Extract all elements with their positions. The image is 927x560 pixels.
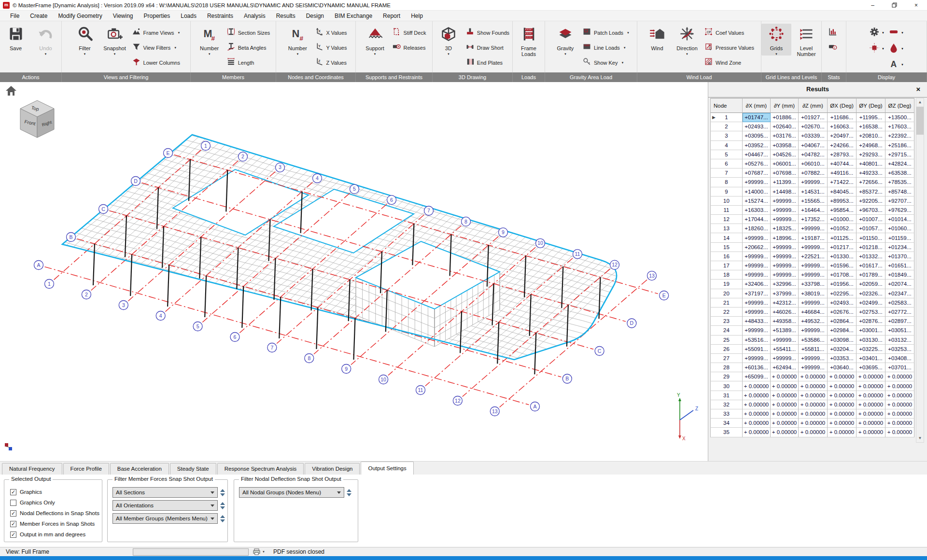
table-row[interactable]: 1▶+01747...+01886...+01927...+11686...+1… (710, 113, 914, 122)
table-row[interactable]: 4+03952...+03958...+04067...+24266...+24… (710, 141, 914, 150)
table-row[interactable]: 5+04467...+04526...+04782...+28793...+29… (710, 150, 914, 159)
table-row[interactable]: 7+07687...+07698...+07882...+49116...+49… (710, 168, 914, 178)
table-row[interactable]: 25+53516...+99999...+53586...+03098...+0… (710, 336, 914, 345)
checkbox-graphics-only[interactable]: Graphics Only (10, 499, 55, 506)
spin-down-icon[interactable] (220, 493, 225, 496)
checkbox-nodal-deflections-in-snap-shots[interactable]: ✓Nodal Deflections in Snap Shots (10, 509, 99, 517)
table-row[interactable]: 16+99999...+99999...+22521...+01330...+0… (710, 252, 914, 261)
spin-up-icon[interactable] (220, 489, 225, 492)
filter-button[interactable]: Filter▼ (70, 24, 100, 56)
member-filter-dropdown-2-select[interactable]: All Member Groups (Members Menu) (112, 513, 218, 524)
tab-response-spectrum-analysis[interactable]: Response Spectrum Analysis (217, 463, 304, 475)
spinner-control[interactable] (347, 488, 351, 497)
results-close-icon[interactable]: × (913, 84, 923, 94)
lower-columns-button[interactable]: Lower Columns (132, 55, 181, 70)
menu-item-analysis[interactable]: Analysis (239, 12, 271, 20)
tab-vibration-design[interactable]: Vibration Design (305, 463, 360, 475)
member-filter-dropdown-1-select[interactable]: All Orientations (112, 500, 218, 511)
table-row[interactable]: 8+99999...+11399...+99999...+71422...+72… (710, 178, 914, 187)
show-key-button[interactable]: Show Key▼ (582, 55, 630, 70)
level-number-button[interactable]: Level Number (791, 24, 821, 57)
view-filters-button[interactable]: View Filters▼ (132, 40, 181, 55)
spin-down-icon[interactable] (347, 493, 351, 496)
table-row[interactable]: 9+14000...+14498...+14531...+84045...+85… (710, 187, 914, 196)
spin-down-icon[interactable] (220, 506, 225, 509)
model-viewport[interactable]: 1122334455667788991010111112121313AABBCC… (0, 82, 708, 461)
y-values-button[interactable]: YY Values (314, 40, 347, 55)
z-values-button[interactable]: ZZ Values (314, 55, 347, 70)
checkbox-graphics[interactable]: ✓Graphics (10, 488, 42, 496)
checkbox-box-icon[interactable]: ✓ (10, 510, 16, 517)
tab-base-acceleration[interactable]: Base Acceleration (110, 463, 169, 475)
menu-item-create[interactable]: Create (25, 12, 53, 20)
menu-item-modify-geometry[interactable]: Modify Geometry (53, 12, 107, 20)
x-values-button[interactable]: XX Values (314, 25, 347, 40)
checkbox-box-icon[interactable]: ✓ (10, 532, 16, 538)
column-header-dx-deg[interactable]: ØX (Deg) (828, 98, 857, 113)
show-founds-button[interactable]: Show Founds (465, 25, 509, 40)
letter-a-icon-button[interactable]: A▼ (886, 56, 906, 72)
draw-short-button[interactable]: Draw Short (465, 40, 509, 55)
wind-button[interactable]: Wind (642, 24, 672, 51)
length-button[interactable]: Length (226, 55, 270, 70)
scroll-thumb[interactable] (916, 107, 924, 135)
menu-item-file[interactable]: File (5, 12, 25, 20)
table-row[interactable]: 24+99999...+51389...+99999...+02984...+0… (710, 326, 914, 335)
spin-up-icon[interactable] (347, 489, 351, 492)
table-row[interactable]: 15+20662...+99999...+99999...+01217...+0… (710, 243, 914, 252)
table-row[interactable]: 35+ 0.00000+ 0.00000+ 0.00000+ 0.00000+ … (710, 428, 914, 437)
coef-values-button[interactable]: CPCoef Values (704, 25, 754, 40)
minimize-button[interactable]: – (862, 0, 884, 10)
menu-item-help[interactable]: Help (406, 12, 428, 20)
dash-icon-button[interactable]: ▼ (886, 25, 906, 41)
table-row[interactable]: 30+ 0.00000+ 0.00000+ 0.00000+ 0.00000+ … (710, 381, 914, 391)
3d-button[interactable]: 3D▼ (434, 24, 464, 56)
scroll-up-icon[interactable]: ▲ (916, 98, 924, 106)
checkbox-member-forces-in-snap-shots[interactable]: ✓Member Forces in Snap Shots (10, 520, 95, 528)
undo-button[interactable]: Undo▼ (31, 24, 61, 56)
crosshair-icon-button[interactable]: ▼ (867, 41, 886, 56)
table-row[interactable]: 17+99999...+99999...+99999...+01596...+0… (710, 261, 914, 270)
table-row[interactable]: 21+99999...+42312...+99999...+02493...+0… (710, 298, 914, 308)
table-row[interactable]: 23+48433...+49358...+49532...+02864...+0… (710, 317, 914, 326)
gear-icon-button[interactable]: ▼ (867, 25, 886, 41)
direction-button[interactable]: Direction▼ (672, 24, 702, 56)
checkbox-box-icon[interactable]: ✓ (10, 489, 16, 495)
menu-item-loads[interactable]: Loads (175, 12, 202, 20)
number-button[interactable]: M#Number▼ (195, 24, 225, 56)
grids-button[interactable]: Grids▼ (761, 24, 791, 56)
table-row[interactable]: 14+99999...+18996...+19187...+01125...+0… (710, 233, 914, 242)
droplet-icon-button[interactable]: ▼ (886, 41, 906, 56)
patch-loads-button[interactable]: Patch Loads▼ (582, 25, 630, 40)
frame-views-button[interactable]: Frame Views▼ (132, 25, 181, 40)
stats-info-icon-button[interactable]: i (828, 40, 840, 55)
table-row[interactable]: 6+05276...+06001...+06010...+40744...+40… (710, 159, 914, 168)
nodal-filter-dropdown-0-select[interactable]: All Nodal Groups (Nodes Menu) (239, 487, 344, 498)
snapshot-button[interactable]: Snapshot▼ (100, 24, 130, 56)
spin-down-icon[interactable] (220, 519, 225, 522)
table-row[interactable]: 32+ 0.00000+ 0.00000+ 0.00000+ 0.00000+ … (710, 400, 914, 409)
column-header-node[interactable]: Node (710, 98, 743, 113)
stats-chart-icon-button[interactable] (828, 25, 840, 40)
table-row[interactable]: 22+99999...+46026...+46684...+02676...+0… (710, 308, 914, 317)
table-row[interactable]: 26+55091...+55411...+55811...+03204...+0… (710, 345, 914, 354)
spinner-control[interactable] (220, 488, 225, 497)
menu-item-restraints[interactable]: Restraints (202, 12, 239, 20)
beta-angles-button[interactable]: Beta Angles (226, 40, 270, 55)
close-window-button[interactable]: × (905, 0, 927, 10)
number-button[interactable]: N#Number▼ (282, 24, 312, 56)
table-row[interactable]: 31+ 0.00000+ 0.00000+ 0.00000+ 0.00000+ … (710, 391, 914, 400)
table-row[interactable]: 34+ 0.00000+ 0.00000+ 0.00000+ 0.00000+ … (710, 419, 914, 428)
table-row[interactable]: 28+60136...+62494...+99999...+03640...+0… (710, 363, 914, 372)
scroll-down-icon[interactable]: ▼ (916, 434, 924, 442)
tab-output-settings[interactable]: Output Settings (361, 462, 413, 475)
menu-item-bim-exchange[interactable]: BIM Exchange (329, 12, 378, 20)
table-row[interactable]: 3+03095...+03176...+03339...+20497...+20… (710, 131, 914, 140)
table-row[interactable]: 13+18260...+18325...+99999...+01052...+0… (710, 224, 914, 233)
pressure-values-button[interactable]: QPressure Values (704, 40, 754, 55)
table-row[interactable]: 19+32406...+32996...+33798...+01956...+0… (710, 280, 914, 289)
menu-item-properties[interactable]: Properties (139, 12, 176, 20)
checkbox-box-icon[interactable]: ✓ (10, 521, 16, 527)
tab-natural-frequency[interactable]: Natural Frequency (2, 463, 62, 475)
save-button[interactable]: Save (1, 24, 31, 51)
